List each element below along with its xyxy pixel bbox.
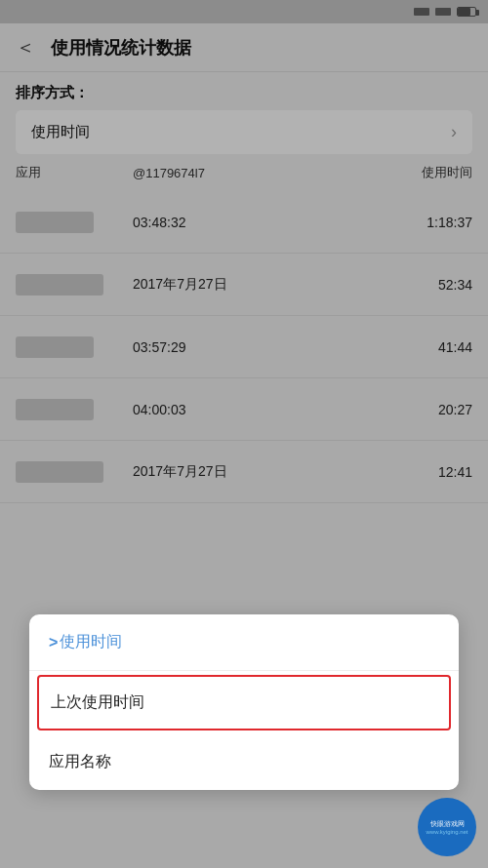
dropdown-item-usage-time[interactable]: 使用时间	[29, 614, 459, 671]
watermark-text2: www.kyiging.net	[426, 829, 468, 835]
dropdown-item-last-used[interactable]: 上次使用时间	[37, 675, 451, 730]
dropdown-item-app-name[interactable]: 应用名称	[29, 734, 459, 790]
dropdown-item-label-3: 应用名称	[49, 752, 111, 772]
screen: ＜ 使用情况统计数据 排序方式： 使用时间 › 应用 @1179674l7 使用…	[0, 0, 488, 868]
dropdown-menu: 使用时间 上次使用时间 应用名称	[29, 614, 459, 790]
dropdown-item-label-2: 上次使用时间	[51, 692, 144, 713]
watermark: 快眼游戏网 www.kyiging.net	[418, 798, 476, 856]
watermark-text1: 快眼游戏网	[430, 819, 465, 828]
dropdown-item-label-1: 使用时间	[60, 632, 122, 652]
